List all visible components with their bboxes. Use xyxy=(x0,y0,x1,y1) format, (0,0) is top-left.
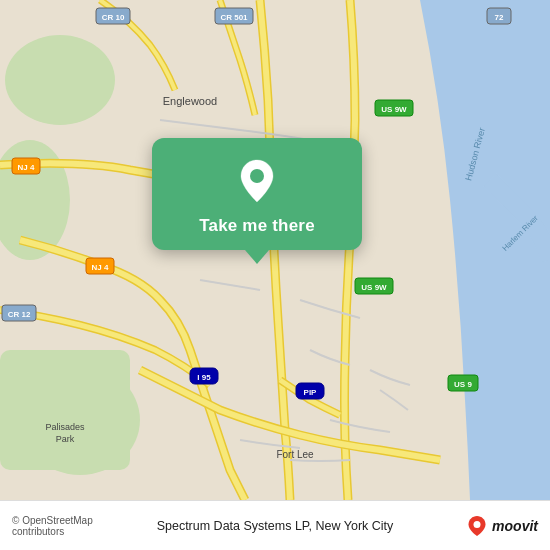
svg-text:Park: Park xyxy=(56,434,75,444)
moovit-pin-icon xyxy=(466,515,488,537)
location-name: Spectrum Data Systems LP, xyxy=(157,519,312,533)
svg-text:NJ 4: NJ 4 xyxy=(18,163,35,172)
svg-text:US 9W: US 9W xyxy=(381,105,407,114)
svg-text:PIP: PIP xyxy=(304,388,318,397)
svg-text:Palisades: Palisades xyxy=(45,422,85,432)
app: CR 10 CR 501 72 NJ 4 US 9W NJ 4 CR 12 I … xyxy=(0,0,550,550)
map-svg: CR 10 CR 501 72 NJ 4 US 9W NJ 4 CR 12 I … xyxy=(0,0,550,500)
take-me-there-card[interactable]: Take me there xyxy=(152,138,362,250)
moovit-logo: moovit xyxy=(407,515,539,537)
svg-text:NJ 4: NJ 4 xyxy=(92,263,109,272)
bottom-bar: © OpenStreetMap contributors Spectrum Da… xyxy=(0,500,550,550)
attribution-text: © OpenStreetMap contributors xyxy=(12,515,144,537)
svg-point-35 xyxy=(474,521,481,528)
svg-rect-4 xyxy=(0,350,130,470)
svg-text:CR 10: CR 10 xyxy=(102,13,125,22)
svg-text:CR 12: CR 12 xyxy=(8,310,31,319)
location-city: New York City xyxy=(316,519,394,533)
svg-point-1 xyxy=(5,35,115,125)
svg-text:Englewood: Englewood xyxy=(163,95,217,107)
svg-text:CR 501: CR 501 xyxy=(220,13,248,22)
location-info: Spectrum Data Systems LP, New York City xyxy=(144,519,407,533)
svg-point-33 xyxy=(250,169,264,183)
svg-text:US 9: US 9 xyxy=(454,380,472,389)
map-container: CR 10 CR 501 72 NJ 4 US 9W NJ 4 CR 12 I … xyxy=(0,0,550,500)
svg-text:72: 72 xyxy=(495,13,504,22)
svg-text:I 95: I 95 xyxy=(197,373,211,382)
svg-text:Fort Lee: Fort Lee xyxy=(276,449,314,460)
take-me-there-label: Take me there xyxy=(199,216,315,236)
location-pin-icon xyxy=(232,156,282,206)
moovit-label: moovit xyxy=(492,518,538,534)
svg-text:US 9W: US 9W xyxy=(361,283,387,292)
